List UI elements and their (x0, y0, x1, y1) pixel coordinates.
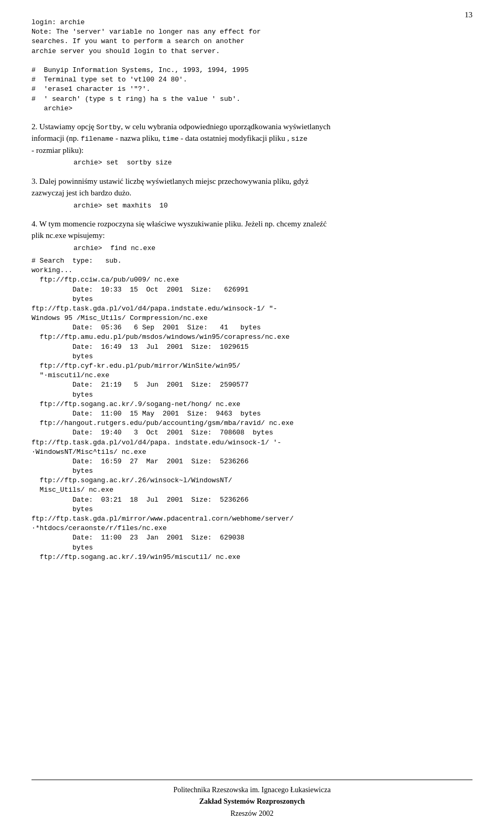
footer-line1: Politechnika Rzeszowska im. Ignacego Łuk… (32, 784, 472, 796)
section3-text2: zazwyczaj jest ich bardzo dużo. (32, 189, 131, 197)
section2-time: time (162, 135, 178, 143)
section4-text2: plik nc.exe wpisujemy: (32, 231, 105, 240)
footer: Politechnika Rzeszowska im. Ignacego Łuk… (32, 780, 472, 819)
section2-info-text: informacji (np. filename - nazwa pliku, … (32, 134, 308, 142)
section4: 4. W tym momencie rozpoczyna się właściw… (32, 218, 472, 253)
section2-cmd: archie> set sortby size (74, 158, 472, 168)
intro-pre-block: login: archie Note: The 'server' variabl… (32, 18, 472, 113)
page-number: 13 (465, 11, 472, 19)
section3-text: 3. Dalej powinniśmy ustawić liczbę wyświ… (32, 177, 309, 185)
ftp-output: # Search type: sub. working... ftp://ftp… (32, 256, 472, 562)
section2-text5: - rozmiar pliku): (32, 146, 83, 154)
section4-text1: 4. W tym momencie rozpoczyna się właściw… (32, 220, 327, 228)
section2-filename: filename (81, 135, 113, 143)
section2-text2: , w celu wybrania odpowiedniego uporządk… (121, 122, 330, 131)
section2-size: size (291, 135, 307, 143)
footer-line3: Rzeszów 2002 (32, 808, 472, 819)
section2: 2. Ustawiamy opcję Sortby, w celu wybran… (32, 121, 472, 168)
footer-line2: Zakład Systemów Rozproszonych (32, 796, 472, 807)
page: 13 login: archie Note: The 'server' vari… (0, 0, 504, 830)
section2-text1: 2. Ustawiamy opcję (32, 122, 96, 131)
section3-cmd: archie> set maxhits 10 (74, 201, 472, 211)
section2-sortby: Sortby (96, 123, 121, 131)
section4-cmd: archie> find nc.exe (74, 244, 472, 253)
section3: 3. Dalej powinniśmy ustawić liczbę wyświ… (32, 175, 472, 211)
